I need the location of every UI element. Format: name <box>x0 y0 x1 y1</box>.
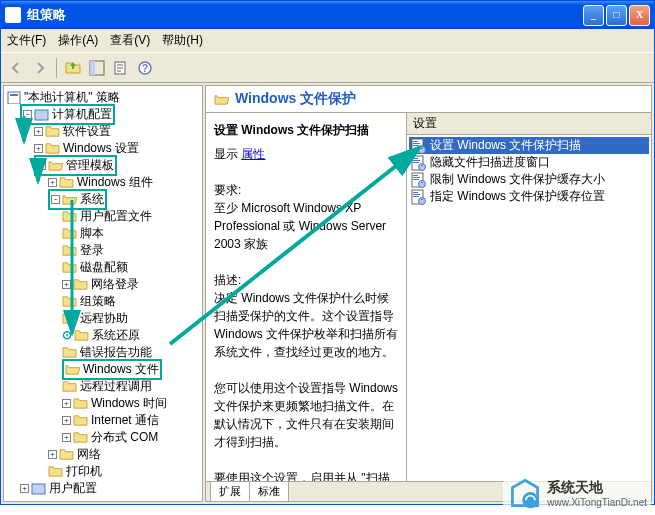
details-header: Windows 文件保护 <box>206 86 651 112</box>
expander-icon[interactable]: + <box>62 416 71 425</box>
setting-item[interactable]: 隐藏文件扫描进度窗口 <box>409 154 649 171</box>
tree-item[interactable]: ⊙系统还原 <box>6 327 200 343</box>
expander-icon[interactable]: + <box>20 484 29 493</box>
tab-standard[interactable]: 标准 <box>249 481 289 501</box>
setting-icon <box>411 189 426 205</box>
tree-button[interactable] <box>86 57 108 79</box>
watermark-url: www.XiTongTianDi.net <box>547 497 647 508</box>
setting-icon <box>411 138 426 154</box>
setting-item[interactable]: 限制 Windows 文件保护缓存大小 <box>409 171 649 188</box>
menu-help[interactable]: 帮助(H) <box>162 32 203 49</box>
watermark: 系统天地 www.XiTongTianDi.net <box>503 473 651 513</box>
toolbar: ? <box>1 53 654 83</box>
tree-item[interactable]: 脚本 <box>6 225 200 241</box>
main-window: 组策略 _ □ X 文件(F) 操作(A) 查看(V) 帮助(H) ? "本地计… <box>0 0 655 505</box>
app-icon <box>5 7 21 23</box>
expander-icon[interactable]: + <box>48 178 57 187</box>
svg-rect-12 <box>10 94 18 96</box>
tree-item[interactable]: 远程协助 <box>6 310 200 326</box>
svg-rect-13 <box>35 110 48 120</box>
expander-icon[interactable]: + <box>48 450 57 459</box>
expander-icon[interactable]: + <box>34 127 43 136</box>
minimize-button[interactable]: _ <box>583 5 604 26</box>
tree-windows-file-protection[interactable]: Windows 文件 <box>6 361 200 377</box>
setting-icon <box>411 172 426 188</box>
properties-link[interactable]: 属性 <box>241 147 265 161</box>
tree-computer-config[interactable]: -计算机配置 <box>6 106 200 122</box>
tree-admin-templates[interactable]: -管理模板 <box>6 157 200 173</box>
watermark-title: 系统天地 <box>547 479 647 497</box>
menu-action[interactable]: 操作(A) <box>58 32 98 49</box>
setting-name: 设置 Windows 文件保护扫描 <box>214 121 398 139</box>
tab-extended[interactable]: 扩展 <box>210 481 250 501</box>
properties-button[interactable] <box>110 57 132 79</box>
menubar: 文件(F) 操作(A) 查看(V) 帮助(H) <box>1 29 654 53</box>
svg-rect-7 <box>90 61 95 75</box>
tree-network[interactable]: +网络 <box>6 446 200 462</box>
content-area: "本地计算机" 策略 -计算机配置 +软件设置 +Windows 设置 -管理模… <box>1 83 654 504</box>
svg-rect-14 <box>32 484 45 494</box>
up-button[interactable] <box>62 57 84 79</box>
tree-pane[interactable]: "本地计算机" 策略 -计算机配置 +软件设置 +Windows 设置 -管理模… <box>3 85 203 502</box>
tree-system[interactable]: -系统 <box>6 191 200 207</box>
setting-icon <box>411 155 426 171</box>
tree-printers[interactable]: 打印机 <box>6 463 200 479</box>
menu-view[interactable]: 查看(V) <box>110 32 150 49</box>
setting-item-selected[interactable]: 设置 Windows 文件保护扫描 <box>409 137 649 154</box>
svg-text:?: ? <box>142 63 148 74</box>
details-pane: Windows 文件保护 设置 Windows 文件保护扫描 显示 属性 要求:… <box>205 85 652 502</box>
expander-icon[interactable]: - <box>23 110 32 119</box>
tree-item[interactable]: 组策略 <box>6 293 200 309</box>
setting-item[interactable]: 指定 Windows 文件保护缓存位置 <box>409 188 649 205</box>
toolbar-separator <box>56 58 57 78</box>
forward-button[interactable] <box>29 57 51 79</box>
list-column-header[interactable]: 设置 <box>407 113 651 135</box>
tree-item[interactable]: +Internet 通信 <box>6 412 200 428</box>
watermark-logo-icon <box>507 475 543 511</box>
tree-item[interactable]: 远程过程调用 <box>6 378 200 394</box>
expander-icon[interactable]: - <box>51 195 60 204</box>
help-button[interactable]: ? <box>134 57 156 79</box>
settings-list-pane: 设置 设置 Windows 文件保护扫描 隐藏文件扫描进度窗口 限制 Wi <box>406 113 651 481</box>
tree-item[interactable]: 用户配置文件 <box>6 208 200 224</box>
maximize-button[interactable]: □ <box>606 5 627 26</box>
expander-icon[interactable]: + <box>62 433 71 442</box>
svg-point-19 <box>523 492 539 508</box>
description-pane: 设置 Windows 文件保护扫描 显示 属性 要求: 至少 Microsoft… <box>206 113 406 481</box>
tree-item[interactable]: +网络登录 <box>6 276 200 292</box>
tree-software-settings[interactable]: +软件设置 <box>6 123 200 139</box>
expander-icon[interactable]: + <box>62 280 71 289</box>
tree-user-config[interactable]: +用户配置 <box>6 480 200 496</box>
tree-item[interactable]: +Windows 时间 <box>6 395 200 411</box>
details-title: Windows 文件保护 <box>235 90 356 108</box>
expander-icon[interactable]: + <box>34 144 43 153</box>
tree-item[interactable]: 登录 <box>6 242 200 258</box>
back-button[interactable] <box>5 57 27 79</box>
titlebar[interactable]: 组策略 _ □ X <box>1 1 654 29</box>
menu-file[interactable]: 文件(F) <box>7 32 46 49</box>
svg-rect-11 <box>8 92 20 104</box>
folder-icon <box>214 93 229 106</box>
tree-item[interactable]: +分布式 COM <box>6 429 200 445</box>
window-title: 组策略 <box>27 6 583 24</box>
tree-item[interactable]: 磁盘配额 <box>6 259 200 275</box>
expander-icon[interactable]: - <box>37 161 46 170</box>
expander-icon[interactable]: + <box>62 399 71 408</box>
close-button[interactable]: X <box>629 5 650 26</box>
